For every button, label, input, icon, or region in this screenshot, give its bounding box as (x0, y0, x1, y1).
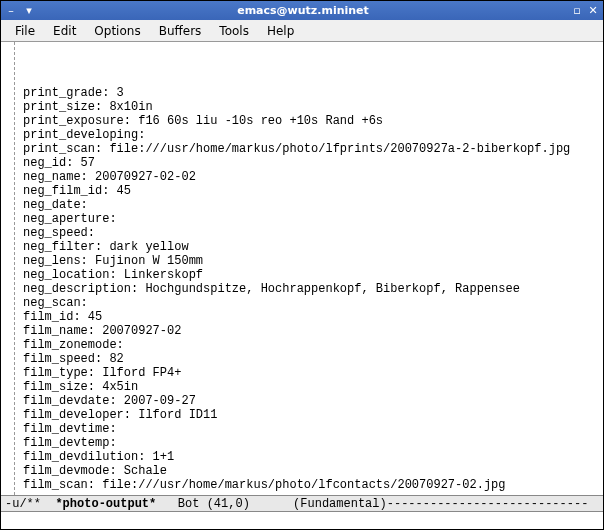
window-titlebar: – ▾ emacs@wutz.mininet ▫ ✕ (1, 1, 603, 20)
menu-buffers[interactable]: Buffers (151, 22, 210, 40)
modeline-line-col: (41,0) (207, 497, 250, 511)
window-menu-icon[interactable]: – (5, 5, 17, 17)
close-icon[interactable]: ✕ (587, 5, 599, 17)
modeline-position: Bot (178, 497, 200, 511)
window-title: emacs@wutz.mininet (35, 4, 571, 17)
modeline-dashes: ---------------------------- (387, 497, 589, 511)
mode-line: -u/** *photo-output* Bot (41,0) (Fundame… (1, 495, 603, 512)
menu-help[interactable]: Help (259, 22, 302, 40)
fringe (1, 42, 15, 495)
menu-tools[interactable]: Tools (211, 22, 257, 40)
minibuffer[interactable] (1, 512, 603, 529)
menu-edit[interactable]: Edit (45, 22, 84, 40)
window-dropdown-icon[interactable]: ▾ (23, 5, 35, 17)
modeline-buffer-name: *photo-output* (55, 497, 156, 511)
menu-bar: File Edit Options Buffers Tools Help (1, 20, 603, 42)
buffer-text[interactable]: print_grade: 3 print_size: 8x10in print_… (23, 86, 599, 495)
editor-pane[interactable]: print_grade: 3 print_size: 8x10in print_… (1, 42, 603, 495)
modeline-major-mode: (Fundamental) (293, 497, 387, 511)
maximize-icon[interactable]: ▫ (571, 5, 583, 17)
menu-options[interactable]: Options (86, 22, 148, 40)
modeline-modified: -u/** (5, 497, 41, 511)
menu-file[interactable]: File (7, 22, 43, 40)
